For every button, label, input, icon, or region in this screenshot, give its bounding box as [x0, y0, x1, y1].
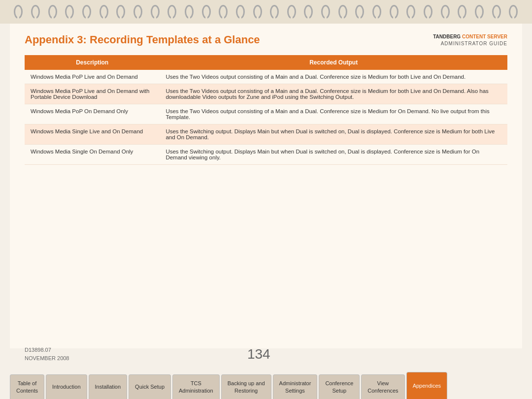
spiral-ring: [31, 5, 40, 19]
table-cell-output: Uses the Switching output. Displays Main…: [160, 124, 507, 145]
nav-tab-administrator-settings[interactable]: Administrator Settings: [273, 374, 318, 399]
spiral-ring: [406, 5, 415, 19]
spiral-ring: [441, 5, 450, 19]
table-row: Windows Media Single Live and On DemandU…: [25, 124, 507, 145]
table-row: Windows Media Single On Demand OnlyUses …: [25, 145, 507, 165]
nav-tab-tcs-administration[interactable]: TCS Administration: [172, 374, 220, 399]
table-row: Windows Media PoP Live and On DemandUses…: [25, 70, 507, 84]
spiral-ring: [253, 5, 262, 19]
nav-tab-appendices[interactable]: Appendices: [406, 372, 448, 399]
brand-line: TANDBERG CONTENT SERVER: [433, 33, 507, 40]
table-cell-description: Windows Media PoP On Demand Only: [25, 104, 160, 124]
nav-tab-view-conferences[interactable]: View Conferences: [361, 374, 404, 399]
footer-doc-info: D13898.07 NOVEMBER 2008: [25, 346, 69, 362]
spiral-ring: [14, 5, 23, 19]
table-row: Windows Media PoP Live and On Demand wit…: [25, 84, 507, 104]
table-cell-description: Windows Media Single Live and On Demand: [25, 124, 160, 145]
table-cell-description: Windows Media Single On Demand Only: [25, 145, 160, 165]
spiral-ring: [492, 5, 501, 19]
spiral-ring: [287, 5, 296, 19]
nav-tab-quick-setup[interactable]: Quick Setup: [129, 374, 171, 399]
spiral-ring: [116, 5, 125, 19]
spiral-ring: [475, 5, 484, 19]
spiral-ring: [133, 5, 142, 19]
page-footer: D13898.07 NOVEMBER 2008 134: [25, 346, 507, 362]
col-header-description: Description: [25, 55, 160, 70]
table-cell-output: Uses the Switching output. Displays Main…: [160, 145, 507, 165]
nav-tab-installation[interactable]: Installation: [89, 374, 128, 399]
nav-tab-conference-setup[interactable]: Conference Setup: [319, 374, 360, 399]
brand-content-server: CONTENT SERVER: [462, 34, 507, 39]
table-cell-description: Windows Media PoP Live and On Demand wit…: [25, 84, 160, 104]
spiral-ring: [236, 5, 245, 19]
spiral-ring: [304, 5, 313, 19]
spiral-ring: [321, 5, 330, 19]
spiral-ring: [100, 5, 108, 19]
spiral-ring: [48, 5, 57, 19]
spiral-ring: [167, 5, 176, 19]
bottom-navigation: Table of ContentsIntroductionInstallatio…: [0, 365, 532, 399]
table-cell-output: Uses the Two Videos output consisting of…: [160, 84, 507, 104]
nav-tab-introduction[interactable]: Introduction: [46, 374, 87, 399]
doc-date: NOVEMBER 2008: [25, 354, 69, 363]
spiral-ring: [390, 5, 399, 19]
brand-info: TANDBERG CONTENT SERVER ADMINISTRATOR GU…: [433, 33, 507, 47]
spiral-ring: [82, 5, 91, 19]
spiral-ring: [202, 5, 211, 19]
spiral-ring: [219, 5, 228, 19]
doc-id: D13898.07: [25, 346, 69, 354]
spiral-ring: [355, 5, 364, 19]
spiral-ring: [338, 5, 347, 19]
spiral-ring: [372, 5, 381, 19]
page-number: 134: [247, 346, 270, 362]
main-content: Appendix 3: Recording Templates at a Gla…: [10, 24, 522, 348]
spiral-ring: [65, 5, 74, 19]
spiral-ring: [424, 5, 432, 19]
brand-admin-guide: ADMINISTRATOR GUIDE: [433, 40, 507, 47]
page-header: Appendix 3: Recording Templates at a Gla…: [25, 33, 507, 47]
nav-tab-backing-up[interactable]: Backing up and Restoring: [221, 374, 271, 399]
table-header-row: Description Recorded Output: [25, 55, 507, 70]
recording-templates-table: Description Recorded Output Windows Medi…: [25, 55, 507, 165]
brand-tandberg: TANDBERG: [433, 34, 461, 39]
table-row: Windows Media PoP On Demand OnlyUses the…: [25, 104, 507, 124]
table-cell-output: Uses the Two Videos output consisting of…: [160, 104, 507, 124]
nav-tab-table-of-contents[interactable]: Table of Contents: [10, 374, 44, 399]
spiral-binding: [0, 0, 532, 24]
spiral-ring: [151, 5, 160, 19]
spiral-ring: [270, 5, 279, 19]
spiral-ring: [509, 5, 518, 19]
spiral-ring: [458, 5, 466, 19]
col-header-output: Recorded Output: [160, 55, 507, 70]
page-title: Appendix 3: Recording Templates at a Gla…: [25, 33, 260, 46]
spiral-ring: [185, 5, 194, 19]
table-cell-output: Uses the Two Videos output consisting of…: [160, 70, 507, 84]
table-cell-description: Windows Media PoP Live and On Demand: [25, 70, 160, 84]
